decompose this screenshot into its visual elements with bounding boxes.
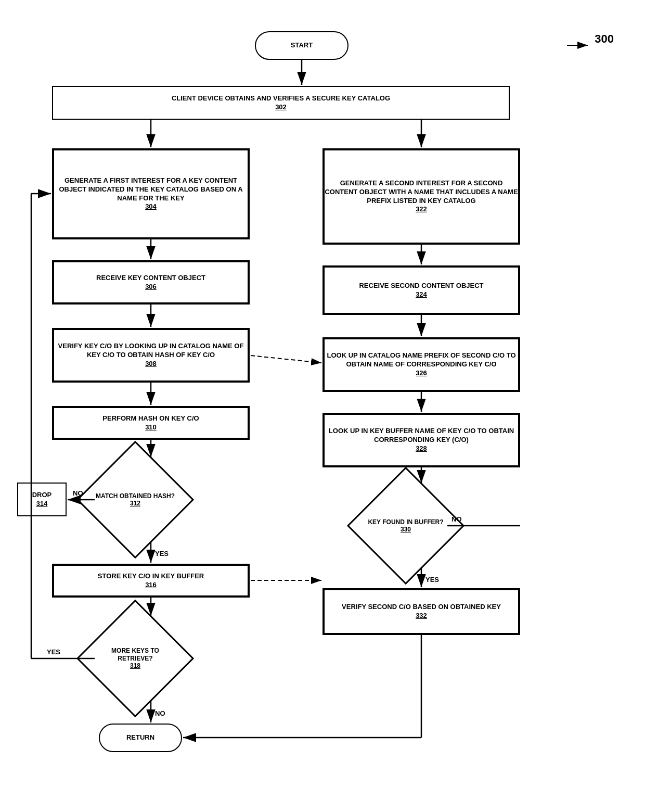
start-node: START <box>255 31 349 60</box>
node-314: DROP 314 <box>17 483 67 516</box>
return-node: RETURN <box>99 724 182 752</box>
node-308: VERIFY KEY C/O BY LOOKING UP IN CATALOG … <box>52 328 250 383</box>
node-326: LOOK UP IN CATALOG NAME PREFIX OF SECOND… <box>322 337 520 392</box>
ref-300: 300 <box>595 32 614 46</box>
node-306: RECEIVE KEY CONTENT OBJECT 306 <box>52 260 250 304</box>
diagram-container: 300 START CLIENT DEVICE OBTAINS AND VERI… <box>0 0 645 812</box>
node-330-label: KEY FOUND IN BUFFER? 330 <box>364 484 447 567</box>
node-302: CLIENT DEVICE OBTAINS AND VERIFIES A SEC… <box>52 86 510 120</box>
node-328: LOOK UP IN KEY BUFFER NAME OF KEY C/O TO… <box>322 413 520 467</box>
svg-text:YES: YES <box>425 576 439 583</box>
node-310: PERFORM HASH ON KEY C/O 310 <box>52 406 250 440</box>
svg-text:NO: NO <box>155 709 165 717</box>
node-332: VERIFY SECOND C/O BASED ON OBTAINED KEY … <box>322 588 520 635</box>
node-316: STORE KEY C/O IN KEY BUFFER 316 <box>52 564 250 598</box>
node-324: RECEIVE SECOND CONTENT OBJECT 324 <box>322 265 520 315</box>
node-312-label: MATCH OBTAINED HASH? 312 <box>94 458 177 541</box>
node-304: GENERATE A FIRST INTEREST FOR A KEY CONT… <box>52 148 250 239</box>
svg-text:YES: YES <box>155 550 169 557</box>
svg-line-29 <box>251 356 321 363</box>
node-322: GENERATE A SECOND INTEREST FOR A SECOND … <box>322 148 520 245</box>
node-318-label: MORE KEYS TO RETRIEVE? 318 <box>94 617 177 700</box>
svg-text:YES: YES <box>47 648 60 656</box>
